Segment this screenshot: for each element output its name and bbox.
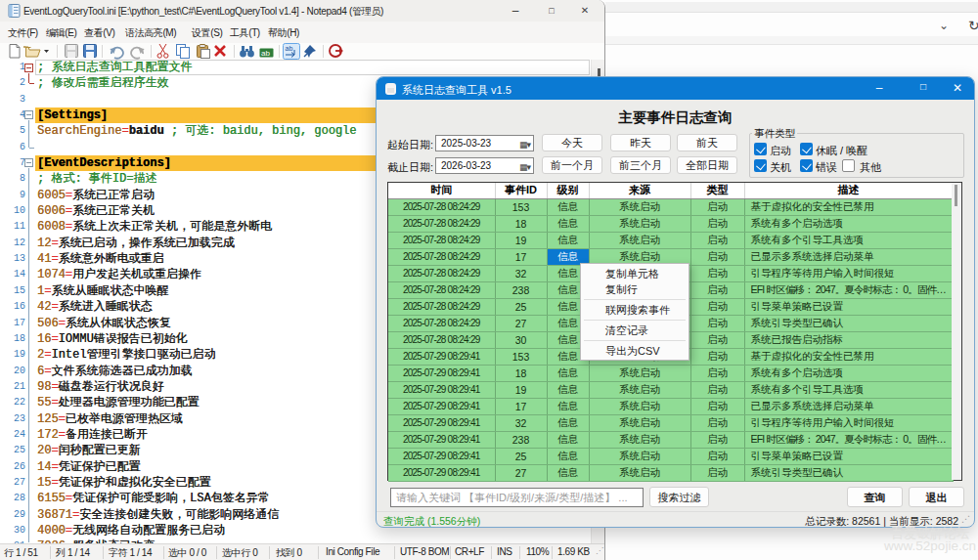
svg-text:ab: ab [261,49,270,58]
svg-text:ab: ab [286,45,293,52]
